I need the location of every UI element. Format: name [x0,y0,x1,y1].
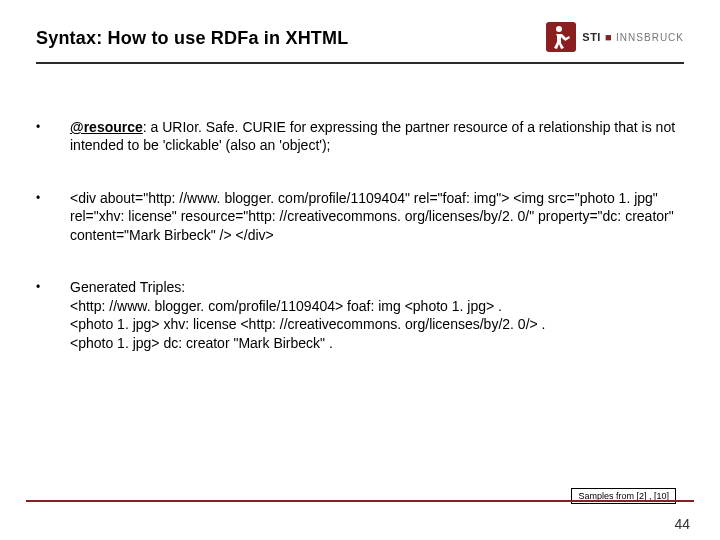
sti-logo-icon [546,22,576,52]
bullet-text: Generated Triples: <http: //www. blogger… [70,279,545,350]
logo-dot: ■ [605,31,612,43]
bullet-mark: • [36,189,70,244]
content: • @resource: a URIor. Safe. CURIE for ex… [36,118,684,352]
bullet-body: @resource: a URIor. Safe. CURIE for expr… [70,118,684,155]
page-title: Syntax: How to use RDFa in XHTML [36,28,348,49]
bullet-list: • @resource: a URIor. Safe. CURIE for ex… [36,118,684,352]
logo-sti: STI [582,31,601,43]
list-item: • @resource: a URIor. Safe. CURIE for ex… [36,118,684,155]
bullet-text: : a URIor. Safe. CURIE for expressing th… [70,119,675,153]
logo-text: STI ■ INNSBRUCK [582,31,684,43]
header-divider [36,62,684,64]
svg-point-0 [556,26,562,32]
footer-divider [26,500,694,502]
bullet-mark: • [36,278,70,352]
bullet-body: Generated Triples: <http: //www. blogger… [70,278,684,352]
list-item: • <div about="http: //www. blogger. com/… [36,189,684,244]
list-item: • Generated Triples: <http: //www. blogg… [36,278,684,352]
bullet-text: <div about="http: //www. blogger. com/pr… [70,190,674,243]
header: Syntax: How to use RDFa in XHTML STI ■ I… [36,22,684,52]
slide: Syntax: How to use RDFa in XHTML STI ■ I… [0,0,720,540]
attr-name: @resource [70,119,143,135]
page-number: 44 [674,516,690,532]
bullet-mark: • [36,118,70,155]
logo-city: INNSBRUCK [616,32,684,43]
logo: STI ■ INNSBRUCK [546,22,684,52]
bullet-body: <div about="http: //www. blogger. com/pr… [70,189,684,244]
